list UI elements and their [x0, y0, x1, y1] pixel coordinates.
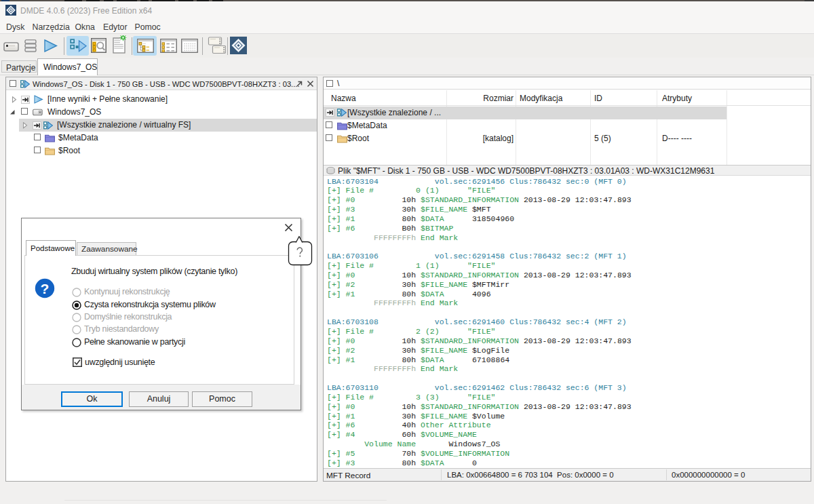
svg-text:?: ?: [41, 281, 50, 296]
